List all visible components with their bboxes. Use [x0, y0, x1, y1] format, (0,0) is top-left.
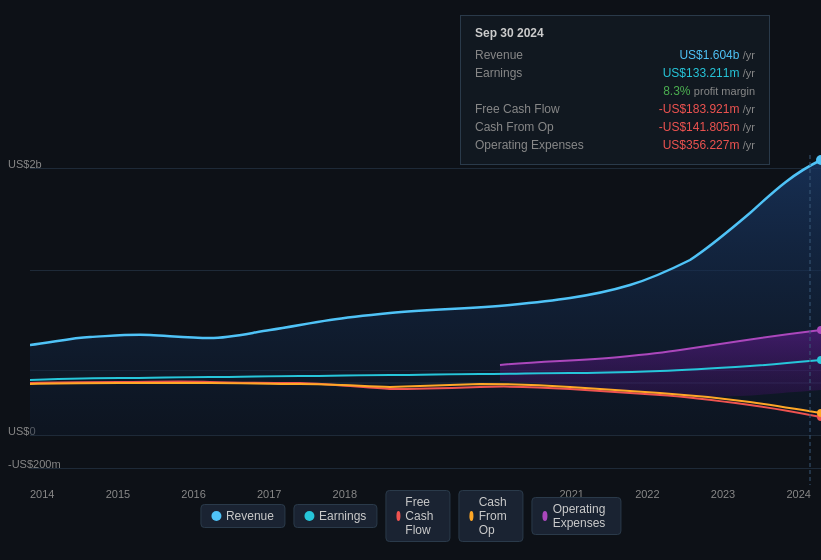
tooltip-value-opex: US$356.227m /yr [663, 138, 755, 152]
tooltip-value-revenue: US$1.604b /yr [679, 48, 755, 62]
tooltip-card: Sep 30 2024 Revenue US$1.604b /yr Earnin… [460, 15, 770, 165]
legend: Revenue Earnings Free Cash Flow Cash Fro… [200, 490, 621, 542]
legend-item-cashfromop[interactable]: Cash From Op [458, 490, 523, 542]
tooltip-value-profit-margin: 8.3% profit margin [663, 84, 755, 98]
legend-dot-earnings [304, 511, 314, 521]
tooltip-row-profit-margin: 8.3% profit margin [475, 82, 755, 100]
legend-dot-fcf [396, 511, 400, 521]
legend-dot-cashfromop [469, 511, 473, 521]
legend-dot-opex [542, 511, 547, 521]
legend-label-fcf: Free Cash Flow [405, 495, 439, 537]
legend-item-earnings[interactable]: Earnings [293, 504, 377, 528]
legend-item-revenue[interactable]: Revenue [200, 504, 285, 528]
x-label-2015: 2015 [106, 488, 130, 500]
legend-item-fcf[interactable]: Free Cash Flow [385, 490, 450, 542]
tooltip-date: Sep 30 2024 [475, 26, 755, 40]
chart-svg [30, 155, 821, 485]
tooltip-row-cashfromop: Cash From Op -US$141.805m /yr [475, 118, 755, 136]
chart-container: Sep 30 2024 Revenue US$1.604b /yr Earnin… [0, 0, 821, 560]
tooltip-value-cashfromop: -US$141.805m /yr [659, 120, 755, 134]
x-label-2022: 2022 [635, 488, 659, 500]
tooltip-label-cashfromop: Cash From Op [475, 120, 585, 134]
legend-label-earnings: Earnings [319, 509, 366, 523]
legend-item-opex[interactable]: Operating Expenses [531, 497, 621, 535]
tooltip-row-revenue: Revenue US$1.604b /yr [475, 46, 755, 64]
tooltip-row-fcf: Free Cash Flow -US$183.921m /yr [475, 100, 755, 118]
tooltip-row-earnings: Earnings US$133.211m /yr [475, 64, 755, 82]
legend-label-opex: Operating Expenses [553, 502, 610, 530]
legend-label-revenue: Revenue [226, 509, 274, 523]
tooltip-value-earnings: US$133.211m /yr [663, 66, 755, 80]
legend-dot-revenue [211, 511, 221, 521]
tooltip-label-opex: Operating Expenses [475, 138, 585, 152]
tooltip-label-earnings: Earnings [475, 66, 585, 80]
tooltip-row-opex: Operating Expenses US$356.227m /yr [475, 136, 755, 154]
tooltip-value-fcf: -US$183.921m /yr [659, 102, 755, 116]
tooltip-label-revenue: Revenue [475, 48, 585, 62]
legend-label-cashfromop: Cash From Op [479, 495, 513, 537]
x-label-2023: 2023 [711, 488, 735, 500]
tooltip-label-fcf: Free Cash Flow [475, 102, 585, 116]
x-label-2024: 2024 [786, 488, 810, 500]
x-label-2014: 2014 [30, 488, 54, 500]
